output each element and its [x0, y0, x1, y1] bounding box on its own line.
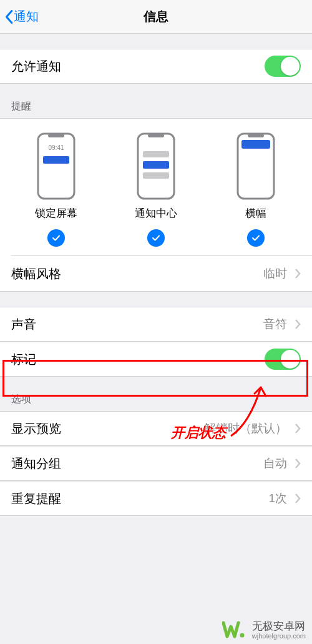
svg-rect-1: [48, 134, 64, 137]
options-header: 选项: [0, 377, 312, 411]
svg-rect-11: [241, 140, 270, 149]
chevron-left-icon: [4, 9, 14, 24]
banner-icon: [234, 132, 278, 200]
svg-text:09:41: 09:41: [48, 144, 64, 151]
chevron-right-icon: [295, 458, 301, 469]
chevron-right-icon: [295, 493, 301, 504]
sound-label: 声音: [11, 316, 263, 333]
checkmark-icon: [47, 229, 65, 247]
svg-rect-3: [43, 156, 69, 164]
alert-label: 锁定屏幕: [35, 206, 77, 220]
watermark-logo-icon: [222, 620, 248, 640]
svg-rect-7: [143, 161, 169, 169]
alert-label: 通知中心: [135, 206, 177, 220]
banner-style-label: 横幅风格: [11, 265, 263, 282]
alerts-block: 09:41 锁定屏幕 通知中心: [0, 118, 312, 292]
alert-label: 横幅: [245, 206, 266, 220]
svg-rect-8: [143, 172, 169, 179]
lock-screen-icon: 09:41: [34, 132, 78, 200]
annotation-text: 开启状态: [171, 424, 226, 442]
svg-rect-5: [148, 134, 164, 137]
banner-style-row[interactable]: 横幅风格 临时: [0, 256, 312, 291]
allow-notifications-toggle[interactable]: [265, 56, 301, 77]
svg-rect-10: [248, 134, 264, 137]
badge-label: 标记: [11, 351, 265, 368]
watermark-name: 无极安卓网: [252, 621, 306, 633]
back-button[interactable]: 通知: [0, 8, 39, 25]
chevron-right-icon: [295, 268, 301, 279]
checkmark-icon: [147, 229, 165, 247]
alert-option-banner[interactable]: 横幅: [212, 132, 300, 247]
back-label: 通知: [14, 8, 39, 25]
notification-grouping-row[interactable]: 通知分组 自动: [0, 446, 312, 481]
svg-rect-0: [38, 134, 74, 199]
page-title: 信息: [0, 8, 312, 25]
grouping-label: 通知分组: [11, 455, 263, 472]
checkmark-icon: [247, 229, 265, 247]
sound-value: 音符: [263, 316, 290, 332]
watermark: 无极安卓网 wjhotelgroup.com: [222, 620, 306, 640]
allow-notifications-row: 允许通知: [0, 49, 312, 84]
alerts-header: 提醒: [0, 84, 312, 118]
nav-bar: 通知 信息: [0, 0, 312, 34]
show-preview-row[interactable]: 显示预览 解锁时（默认）: [0, 411, 312, 446]
watermark-url: wjhotelgroup.com: [252, 632, 306, 640]
repeat-alert-row[interactable]: 重复提醒 1次: [0, 481, 312, 516]
notification-center-icon: [134, 132, 178, 200]
badge-row: 标记: [0, 342, 312, 377]
alert-option-notification-center[interactable]: 通知中心: [112, 132, 200, 247]
allow-notifications-label: 允许通知: [11, 58, 265, 75]
chevron-right-icon: [295, 319, 301, 330]
svg-point-12: [240, 633, 244, 638]
sound-row[interactable]: 声音 音符: [0, 307, 312, 342]
badge-toggle[interactable]: [265, 349, 301, 370]
grouping-value: 自动: [263, 455, 290, 472]
repeat-label: 重复提醒: [11, 490, 268, 507]
svg-rect-6: [143, 151, 169, 157]
banner-style-value: 临时: [263, 265, 290, 282]
chevron-right-icon: [295, 423, 301, 434]
alert-option-lock-screen[interactable]: 09:41 锁定屏幕: [12, 132, 100, 247]
repeat-value: 1次: [268, 490, 290, 507]
